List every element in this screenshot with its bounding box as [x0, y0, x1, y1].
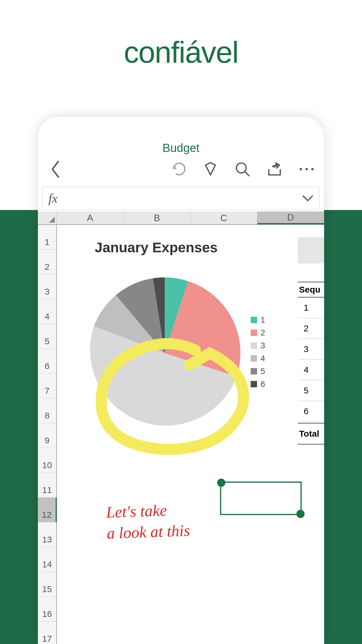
- legend-label: 1: [261, 315, 265, 325]
- selection-handle[interactable]: [217, 479, 225, 487]
- pie-chart[interactable]: [89, 277, 240, 429]
- undo-icon: [170, 161, 187, 177]
- chart-title: January Expenses: [95, 239, 218, 256]
- chevron-down-icon[interactable]: [302, 192, 314, 204]
- legend-item: 1: [251, 315, 265, 325]
- search-icon: [234, 161, 251, 177]
- row-header[interactable]: 14: [38, 547, 57, 572]
- spreadsheet-body: 1 2 3 4 5 6 7 8 9 10 11 12 13 14 15 16 1…: [38, 225, 324, 644]
- legend-swatch: [251, 342, 257, 349]
- legend-label: 6: [261, 379, 265, 389]
- table-cell[interactable]: 6: [298, 401, 324, 422]
- legend-item: 3: [251, 341, 265, 350]
- row-header[interactable]: 10: [38, 448, 57, 473]
- app-toolbar: [38, 155, 324, 187]
- legend-swatch: [251, 368, 257, 374]
- marketing-headline: confiável: [0, 0, 362, 70]
- fx-label: fx: [48, 191, 58, 206]
- row-header[interactable]: 17: [38, 622, 57, 644]
- more-icon: [298, 166, 315, 172]
- cell-selection[interactable]: [220, 482, 302, 515]
- chevron-left-icon: [50, 160, 61, 178]
- row-header[interactable]: 6: [38, 349, 57, 374]
- search-button[interactable]: [234, 160, 251, 178]
- legend-swatch: [251, 317, 257, 323]
- column-header-d[interactable]: D: [257, 211, 324, 224]
- legend-item: 6: [251, 379, 265, 389]
- share-button[interactable]: [266, 160, 283, 178]
- row-header[interactable]: 9: [38, 423, 57, 448]
- row-header[interactable]: 12: [38, 498, 57, 522]
- svg-point-3: [305, 168, 308, 170]
- legend-item: 5: [251, 367, 265, 376]
- row-header[interactable]: 5: [38, 324, 57, 349]
- row-header[interactable]: 8: [38, 398, 57, 423]
- legend-label: 3: [261, 341, 265, 350]
- row-header[interactable]: 2: [38, 250, 57, 274]
- more-button[interactable]: [298, 160, 315, 178]
- pen-icon: [202, 161, 219, 177]
- table-total-label: Total: [298, 423, 324, 444]
- data-table: Sequ 1 2 3 4 5 6 Total: [298, 282, 324, 444]
- row-header[interactable]: 11: [38, 473, 57, 498]
- sheet-canvas[interactable]: January Expenses 1 2 3 4: [57, 225, 324, 644]
- ink-annotation-text: Let's take a look at this: [106, 499, 191, 544]
- legend-swatch: [251, 381, 257, 387]
- row-header[interactable]: 13: [38, 522, 57, 547]
- formula-bar[interactable]: fx: [42, 187, 320, 210]
- draw-button[interactable]: [202, 160, 219, 178]
- back-button[interactable]: [47, 160, 64, 178]
- svg-point-4: [311, 168, 314, 170]
- column-headers: A B C D: [38, 211, 324, 225]
- table-cell[interactable]: 5: [298, 380, 324, 401]
- selection-handle[interactable]: [296, 510, 305, 518]
- table-cell[interactable]: 1: [298, 298, 324, 318]
- legend-item: 4: [251, 354, 265, 363]
- chart-legend: 1 2 3 4 5 6: [251, 315, 265, 392]
- row-header[interactable]: 4: [38, 299, 57, 324]
- select-all-corner[interactable]: [38, 211, 57, 224]
- row-header[interactable]: 15: [38, 572, 57, 597]
- table-cell[interactable]: 3: [298, 339, 324, 360]
- row-header[interactable]: 1: [38, 225, 57, 250]
- table-header: Sequ: [298, 282, 324, 298]
- share-icon: [266, 161, 283, 177]
- row-header[interactable]: 16: [38, 597, 57, 622]
- table-cell[interactable]: 4: [298, 360, 324, 380]
- legend-label: 4: [261, 354, 265, 363]
- row-header[interactable]: 7: [38, 374, 57, 398]
- column-header-a[interactable]: A: [57, 211, 124, 224]
- column-header-c[interactable]: C: [191, 211, 257, 224]
- legend-label: 5: [261, 367, 265, 376]
- pie-chart-svg: [89, 277, 240, 429]
- document-title: Budget: [38, 117, 324, 155]
- svg-line-1: [245, 172, 249, 176]
- legend-swatch: [251, 355, 257, 362]
- legend-swatch: [251, 330, 257, 336]
- row-headers: 1 2 3 4 5 6 7 8 9 10 11 12 13 14 15 16 1…: [38, 225, 57, 644]
- column-header-b[interactable]: B: [124, 211, 190, 224]
- undo-button[interactable]: [170, 160, 187, 178]
- row-header[interactable]: 3: [38, 274, 57, 299]
- legend-label: 2: [261, 328, 265, 337]
- table-cell[interactable]: 2: [298, 318, 324, 339]
- legend-item: 2: [251, 328, 265, 337]
- phone-mockup: Budget fx: [38, 117, 324, 644]
- cell-fill: [298, 237, 324, 263]
- svg-point-2: [300, 168, 302, 170]
